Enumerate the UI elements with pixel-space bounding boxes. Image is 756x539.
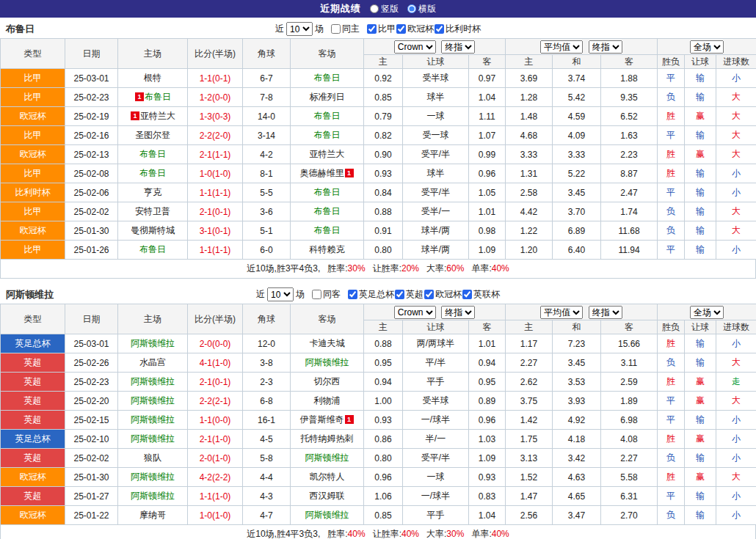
odds-stage-select[interactable]: 终指 [441,306,475,319]
home-team-name[interactable]: 布鲁日 [139,168,166,178]
league-checkbox[interactable] [367,24,377,34]
avg-away-cell: 11.94 [601,241,658,260]
league-checkbox[interactable] [435,24,444,34]
away-team-name[interactable]: 布鲁日 [314,130,341,140]
avg-home-cell: 1.52 [506,468,553,487]
away-team-name[interactable]: 凯尔特人 [310,472,345,482]
away-team-name[interactable]: 布鲁日 [314,225,341,235]
bookmaker-select[interactable]: Crown [394,306,436,319]
home-team-name[interactable]: 曼彻斯特城 [131,225,175,235]
league-checkbox[interactable] [348,290,357,299]
home-team-name[interactable]: 阿斯顿维拉 [131,472,175,482]
away-team-name[interactable]: 阿斯顿维拉 [305,510,349,520]
home-team-name[interactable]: 阿斯顿维拉 [131,414,175,425]
away-team-name[interactable]: 亚特兰大 [310,149,345,159]
same-venue-filter[interactable]: 同客 [311,288,341,301]
home-team-name[interactable]: 阿斯顿维拉 [131,395,175,406]
scope-select[interactable]: 全场 [690,40,724,54]
subcol-handicap-result: 让球 [685,320,716,334]
goals-result-cell: 小 [716,430,756,449]
average-select[interactable]: 平均值 [540,40,583,54]
away-team-name[interactable]: 卡迪夫城 [310,338,345,348]
home-team-name[interactable]: 安特卫普 [135,206,170,216]
league-checkbox[interactable] [395,290,404,299]
league-checkbox[interactable] [396,24,406,34]
league-filter[interactable]: 欧冠杯 [424,288,462,301]
away-team-name[interactable]: 利物浦 [314,395,341,406]
league-checkbox[interactable] [424,290,434,299]
recent-count-select[interactable]: 10 [267,287,294,301]
away-team-name[interactable]: 奥德赫维里 [300,168,344,178]
away-team-name[interactable]: 布鲁日 [314,73,341,83]
home-team-name[interactable]: 阿斯顿维拉 [131,433,175,444]
avg-draw-cell: 7.23 [553,334,601,353]
away-team-name[interactable]: 西汉姆联 [310,491,345,501]
home-team-name[interactable]: 亚特兰大 [140,111,175,121]
score-cell: 1-1(0-1) [188,69,243,88]
league-filter[interactable]: 英足总杯 [347,288,394,301]
layout-horizontal-option[interactable]: 横版 [407,3,436,15]
away-team-name[interactable]: 布鲁日 [314,206,341,216]
home-team-name[interactable]: 布鲁日 [145,92,171,102]
away-team-name[interactable]: 标准列日 [310,92,345,102]
col-header-type: 类型 [1,304,65,334]
summary-stats: 胜率:40% 让胜率:40% 大率:30% 单率:40% [327,528,509,539]
league-checkbox[interactable] [462,290,472,299]
bookmaker-select[interactable]: Crown [394,40,436,54]
away-team-name[interactable]: 切尔西 [314,376,341,386]
horizontal-layout-radio[interactable] [407,4,416,13]
home-team-cell: 1圣图尔登1 [118,126,188,145]
home-team-name[interactable]: 阿斯顿维拉 [131,376,175,386]
average-select[interactable]: 平均值 [540,306,583,319]
away-team-cell: 1布鲁日1 [291,69,364,88]
away-team-name[interactable]: 托特纳姆热刺 [301,433,354,444]
average-stage-select[interactable]: 终指 [589,306,622,319]
home-team-name[interactable]: 亨克 [144,187,161,197]
league-type-cell: 英超 [1,392,65,411]
odds-stage-select[interactable]: 终指 [441,40,475,54]
home-team-name[interactable]: 根特 [144,73,161,83]
goals-result-cell: 大 [716,145,756,164]
avg-away-cell: 6.31 [601,487,658,506]
match-row: 英超 25-02-23 1阿斯顿维拉1 2-1(0-1) 2-3 1切尔西1 0… [1,373,756,392]
league-type-cell: 比甲 [1,69,65,88]
league-filter[interactable]: 英联杯 [462,288,500,301]
avg-home-cell: 3.33 [506,145,553,164]
layout-vertical-option[interactable]: 竖版 [370,3,399,15]
home-team-name[interactable]: 阿斯顿维拉 [131,491,175,501]
away-team-name[interactable]: 伊普斯维奇 [300,414,344,425]
away-team-name[interactable]: 布鲁日 [314,111,341,121]
away-team-name[interactable]: 阿斯顿维拉 [305,357,349,367]
home-team-name[interactable]: 圣图尔登 [135,130,170,140]
scope-select[interactable]: 全场 [690,306,724,319]
average-stage-select[interactable]: 终指 [589,40,622,54]
recent-count-select[interactable]: 10 [286,22,313,36]
league-filter[interactable]: 比利时杯 [434,23,481,35]
home-team-name[interactable]: 布鲁日 [139,244,166,254]
league-filter[interactable]: 欧冠杯 [396,23,434,35]
team-section: 阿斯顿维拉 近 10 场 同客 英足总杯 [0,285,756,539]
outcome-cell: 胜 [658,164,685,183]
avg-draw-cell: 4.09 [553,126,601,145]
home-team-name[interactable]: 狼队 [144,452,161,463]
same-venue-checkbox[interactable] [331,24,341,34]
home-team-name[interactable]: 水晶宫 [139,357,166,367]
same-venue-checkbox[interactable] [312,290,321,299]
vertical-layout-radio[interactable] [370,4,379,13]
stat-label: 让胜率: [373,263,401,274]
league-filter[interactable]: 比甲 [366,23,396,35]
away-team-name[interactable]: 布鲁日 [314,187,341,197]
home-team-name[interactable]: 阿斯顿维拉 [131,338,175,348]
same-venue-filter[interactable]: 同主 [330,23,360,35]
away-team-cell: 1布鲁日1 [291,221,364,241]
league-filter[interactable]: 英超 [394,288,424,301]
away-team-name[interactable]: 科特赖克 [310,244,345,254]
away-team-name[interactable]: 阿斯顿维拉 [305,452,349,463]
summary-record: 近10场,胜3平4负3, [247,263,320,275]
filter-bar: 近 10 场 同主 比甲 [275,22,481,36]
home-team-cell: 1布鲁日1 [118,241,188,260]
outcome-cell: 负 [658,221,685,241]
home-team-name[interactable]: 布鲁日 [139,149,166,159]
match-row: 英超 25-02-20 1阿斯顿维拉1 2-2(2-1) 6-8 1利物浦1 1… [1,392,756,411]
home-team-name[interactable]: 摩纳哥 [139,510,166,520]
